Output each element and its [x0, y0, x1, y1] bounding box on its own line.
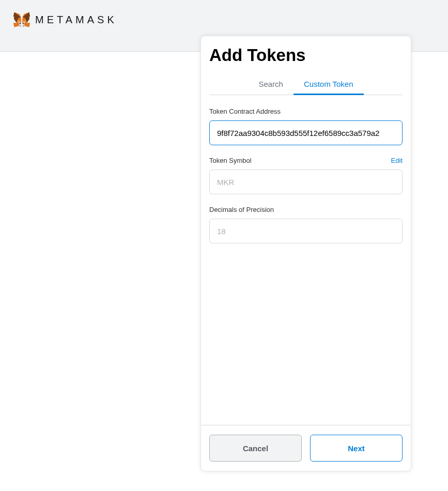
- modal-title: Add Tokens: [209, 45, 403, 65]
- token-symbol-input[interactable]: [209, 170, 403, 194]
- decimals-input[interactable]: [209, 219, 403, 243]
- field-token-symbol: Token Symbol Edit: [209, 157, 403, 194]
- tab-search[interactable]: Search: [248, 74, 293, 95]
- field-decimals: Decimals of Precision: [209, 206, 403, 243]
- next-button[interactable]: Next: [310, 435, 403, 462]
- field-contract-address: Token Contract Address: [209, 108, 403, 145]
- contract-address-input[interactable]: [209, 120, 403, 145]
- brand-name: METAMASK: [35, 14, 117, 26]
- label-contract-address: Token Contract Address: [209, 108, 281, 115]
- metamask-fox-icon: [12, 10, 31, 29]
- modal-footer: Cancel Next: [201, 425, 411, 471]
- tab-custom-token[interactable]: Custom Token: [293, 74, 364, 95]
- modal-header: Add Tokens Search Custom Token: [201, 36, 411, 95]
- cancel-button[interactable]: Cancel: [209, 435, 302, 462]
- brand-logo: METAMASK: [12, 10, 436, 29]
- label-token-symbol: Token Symbol: [209, 157, 252, 164]
- add-tokens-modal: Add Tokens Search Custom Token Token Con…: [200, 36, 411, 471]
- edit-symbol-link[interactable]: Edit: [391, 157, 403, 164]
- label-decimals: Decimals of Precision: [209, 206, 274, 213]
- tabs: Search Custom Token: [209, 74, 403, 95]
- form-body: Token Contract Address Token Symbol Edit…: [201, 95, 411, 425]
